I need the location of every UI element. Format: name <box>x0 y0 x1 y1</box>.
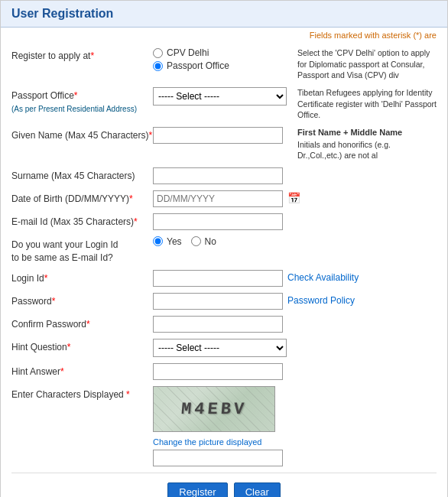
no-radio[interactable] <box>191 236 201 246</box>
passport-office-select[interactable]: ----- Select ----- <box>153 87 287 106</box>
cpv-delhi-row: CPV Delhi <box>153 47 229 58</box>
no-label: No <box>205 236 216 247</box>
hint-question-row: Hint Question* ----- Select ----- <box>11 339 437 357</box>
page-title: User Registration <box>11 7 437 21</box>
email-input[interactable] <box>153 213 283 230</box>
register-at-radio-group: CPV Delhi Passport Office <box>153 47 229 71</box>
confirm-password-input-col <box>153 316 291 333</box>
hint-question-select[interactable]: ----- Select ----- <box>153 339 287 357</box>
login-id-row: Login Id* Check Availability <box>11 270 437 287</box>
hint-answer-input-col <box>153 363 291 380</box>
password-input[interactable] <box>153 293 283 310</box>
login-id-input-col: Check Availability <box>153 270 359 287</box>
login-same-email-row: Do you want your Login Id to be same as … <box>11 236 437 265</box>
passport-office-field-row: Passport Office* (As per Present Residen… <box>11 87 437 121</box>
login-id-input[interactable] <box>153 270 283 287</box>
register-at-required: * <box>90 50 94 61</box>
hint-question-input-col: ----- Select ----- <box>153 339 291 357</box>
register-at-row: Register to apply at* CPV Delhi Passport… <box>11 47 437 81</box>
page-wrapper: User Registration Fields marked with ast… <box>0 0 448 497</box>
dob-input-col: 📅 <box>153 190 300 207</box>
register-at-hint: Select the 'CPV Delhi' option to apply f… <box>291 47 437 81</box>
surname-row: Surname (Max 45 Characters) <box>11 167 437 184</box>
captcha-entry-input[interactable] <box>153 450 283 466</box>
captcha-label: Enter Characters Displayed * <box>11 386 153 401</box>
email-input-col <box>153 213 291 230</box>
register-at-input-col: CPV Delhi Passport Office <box>153 47 291 71</box>
given-name-input-col <box>153 127 291 144</box>
cpv-delhi-label: CPV Delhi <box>167 47 209 58</box>
hint-question-label: Hint Question* <box>11 339 153 354</box>
given-name-hint: First Name + Middle Name Initials and ho… <box>291 127 437 161</box>
surname-input-col <box>153 167 291 184</box>
passport-office-radio[interactable] <box>153 61 163 71</box>
registration-form: Register to apply at* CPV Delhi Passport… <box>1 43 447 497</box>
register-at-label: Register to apply at* <box>11 47 153 63</box>
yes-label: Yes <box>167 236 182 247</box>
captcha-image: M4EBV <box>153 386 275 432</box>
email-label: E-mail Id (Max 35 Characters)* <box>11 213 153 229</box>
fields-note: Fields marked with asterisk (*) are <box>1 28 447 43</box>
login-same-email-label: Do you want your Login Id to be same as … <box>11 236 153 265</box>
passport-office-field-label: Passport Office* (As per Present Residen… <box>11 87 153 115</box>
cpv-delhi-radio[interactable] <box>153 48 163 58</box>
hint-answer-input[interactable] <box>153 363 283 380</box>
surname-label: Surname (Max 45 Characters) <box>11 167 153 183</box>
yes-radio[interactable] <box>153 236 163 246</box>
page-header: User Registration <box>1 1 447 28</box>
login-id-label: Login Id* <box>11 270 153 285</box>
password-policy-link[interactable]: Password Policy <box>287 293 355 306</box>
dob-row: Date of Birth (DD/MM/YYYY)* 📅 <box>11 190 437 207</box>
register-button[interactable]: Register <box>167 482 227 497</box>
given-name-label: Given Name (Max 45 Characters)* <box>11 127 153 142</box>
yes-no-radio-group: Yes No <box>153 236 216 247</box>
email-row: E-mail Id (Max 35 Characters)* <box>11 213 437 230</box>
captcha-text: M4EBV <box>180 400 248 419</box>
captcha-row: Enter Characters Displayed * M4EBV Chang… <box>11 386 437 466</box>
given-name-input[interactable] <box>153 127 283 144</box>
check-availability-link[interactable]: Check Availability <box>287 270 359 283</box>
dob-label: Date of Birth (DD/MM/YYYY)* <box>11 190 153 206</box>
password-label: Password* <box>11 293 153 308</box>
login-same-email-input-col: Yes No <box>153 236 291 247</box>
calendar-icon[interactable]: 📅 <box>287 192 300 204</box>
confirm-password-row: Confirm Password* <box>11 316 437 333</box>
change-picture-link[interactable]: Change the picture displayed <box>153 437 261 447</box>
password-row: Password* Password Policy <box>11 293 437 310</box>
form-buttons: Register Clear <box>11 473 437 497</box>
confirm-password-label: Confirm Password* <box>11 316 153 331</box>
passport-office-row: Passport Office <box>153 60 229 71</box>
passport-office-label: Passport Office <box>167 60 229 71</box>
confirm-password-input[interactable] <box>153 316 283 333</box>
hint-answer-row: Hint Answer* <box>11 363 437 380</box>
surname-input[interactable] <box>153 167 283 184</box>
captcha-input-col: M4EBV Change the picture displayed <box>153 386 291 466</box>
clear-button[interactable]: Clear <box>234 482 281 497</box>
hint-answer-label: Hint Answer* <box>11 363 153 378</box>
password-input-col: Password Policy <box>153 293 355 310</box>
passport-office-select-col: ----- Select ----- <box>153 87 291 106</box>
dob-input[interactable] <box>153 190 283 207</box>
given-name-row: Given Name (Max 45 Characters)* First Na… <box>11 127 437 161</box>
passport-office-hint: Tibetan Refugees applying for Identity C… <box>291 87 437 121</box>
